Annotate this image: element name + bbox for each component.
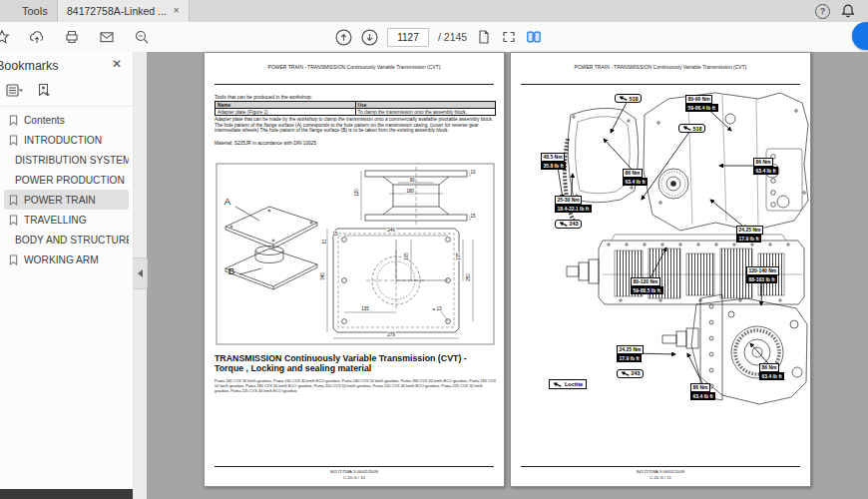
bookmark-icon (9, 135, 18, 146)
torque-nm-value: 80-120 Nm (631, 277, 660, 286)
figure-dimension: 105 (404, 252, 409, 261)
figure-dimension: 135 (361, 306, 370, 311)
bookmark-icon (9, 115, 18, 126)
torque-lbft-value: 63.4 lb ft (690, 392, 715, 400)
torque-lbft-value: 59-88.5 lb ft (631, 286, 663, 294)
bookmarks-panel: Bookmarks ✕ ContentsINTRODUCTIONDISTRIBU… (0, 52, 134, 499)
torque-callout: 120-140 Nm88-103 lb ft (746, 266, 779, 283)
material-note: Material: S235JR in accordance with DIN … (215, 141, 496, 146)
torque-lbft-value: 88-103 lb ft (746, 275, 777, 283)
page-header: POWER TRAIN - TRANSMISSION Continuously … (205, 64, 504, 70)
sealant-tube-icon (618, 94, 628, 102)
toolbar-page-group: / 2145 (335, 22, 542, 52)
torque-lbft-value: 63.4 lb ft (759, 372, 784, 380)
page-down-icon[interactable] (361, 29, 378, 46)
sealant-number: 518 (630, 96, 639, 102)
footer-page-number: C.20.G / 10 (205, 475, 504, 480)
email-icon[interactable] (99, 29, 115, 45)
figure-dimension: 120 (354, 189, 359, 198)
figure-dimension: 15 (332, 232, 338, 237)
bookmark-options-icon[interactable] (6, 84, 23, 97)
torque-lbft-value: 17.9 lb ft (736, 235, 761, 243)
zoom-icon[interactable] (134, 29, 150, 45)
sidebar-item-contents[interactable]: Contents (4, 110, 129, 130)
table-row: Adapter plate (Figure 1)To clamp the tra… (216, 109, 496, 116)
torque-callout: 48.5 Nm35.8 lb ft (541, 153, 566, 170)
intro-text: Tools that can be produced in the worksh… (215, 94, 312, 100)
torque-nm-value: 120-140 Nm (746, 266, 779, 275)
page-total-label: / 2145 (438, 31, 467, 43)
cloud-upload-icon[interactable] (29, 29, 45, 45)
bookmarks-title: Bookmarks (0, 59, 59, 73)
sealant-number: 518 (693, 126, 702, 132)
header-rule (215, 84, 494, 85)
sidebar-item-working-arm[interactable]: WORKING ARM (4, 250, 129, 269)
torque-callout: 86 Nm63.4 lb ft (690, 383, 715, 400)
sidebar-item-body-and-structure[interactable]: BODY AND STRUCTURE (4, 230, 129, 250)
help-icon[interactable]: ? (815, 4, 830, 19)
sealant-tube-icon (620, 369, 630, 377)
sidebar-item-distribution-systems[interactable]: DISTRIBUTION SYSTEMS (4, 150, 129, 170)
print-icon[interactable] (64, 29, 80, 45)
sidebar-item-label: WORKING ARM (24, 254, 99, 265)
figure-dimension: 250 (466, 273, 471, 282)
main-toolbar: / 2145 (0, 22, 868, 53)
page-up-icon[interactable] (335, 29, 352, 46)
table-header: Name (216, 102, 356, 109)
sidebar-item-introduction[interactable]: INTRODUCTION (4, 130, 129, 150)
torque-callout: 86 Nm63.4 lb ft (753, 158, 778, 175)
acrobat-window: Tools 84172758A-Linked ... × ? / 2145 (0, 0, 868, 499)
tools-table: NameUseAdapter plate (Figure 1)To clamp … (215, 101, 496, 116)
sidebar-item-travelling[interactable]: TRAVELLING (4, 210, 129, 230)
torque-callout: 80-120 Nm59-88.5 lb ft (631, 277, 663, 294)
expand-current-bookmark-icon[interactable] (37, 83, 51, 97)
tab-bar: Tools 84172758A-Linked ... × ? (0, 0, 868, 22)
tab-close-icon[interactable]: × (174, 0, 180, 22)
sealant-legend: Loctite (549, 379, 587, 389)
toolbar-left-group (0, 22, 150, 52)
torque-nm-value: 24.25 Nm (617, 345, 644, 354)
footer-rule (215, 466, 494, 467)
tab-tools[interactable]: Tools (8, 0, 62, 22)
torque-callout: 86 Nm63.4 lb ft (623, 169, 648, 186)
adapter-plate-figure: AB9018012010152461512340105105250135⌀ 13… (216, 163, 495, 346)
single-page-view-icon[interactable] (476, 29, 492, 45)
bookmarks-divider (0, 106, 133, 107)
torque-lbft-value: 35.8 lb ft (541, 162, 566, 170)
sealant-tube-icon (552, 380, 562, 388)
torque-lbft-value: 59-66.4 lb ft (685, 104, 718, 112)
scrolling-view-icon[interactable] (501, 29, 517, 45)
torque-lbft-value: 17.9 lb ft (617, 354, 642, 362)
page-number-input[interactable] (387, 28, 429, 47)
sidebar-item-power-train[interactable]: POWER TRAIN (4, 190, 129, 210)
torque-nm-value: 86 Nm (623, 169, 643, 178)
notifications-icon[interactable] (840, 3, 856, 19)
torque-lbft-value: 63.4 lb ft (753, 167, 778, 175)
figure-dimension: ⌀ 13 (432, 306, 442, 311)
torque-nm-value: 86 Nm (759, 363, 779, 372)
sidebar-item-label: POWER TRAIN (24, 195, 96, 206)
body-paragraph: Adapter plate that can be made by the wo… (215, 117, 496, 134)
model-list: Puma 165 CVX 50 km/h gearbox, Puma 165 C… (215, 378, 496, 393)
table-header: Use (355, 102, 496, 109)
torque-nm-value: 25-30 Nm (555, 196, 582, 205)
figure-dimension: 10 (470, 170, 476, 175)
two-page-view-icon[interactable] (526, 29, 542, 45)
section-heading: TRANSMISSION Continuously Variable Trans… (215, 353, 496, 374)
figure-view-label: A (223, 196, 230, 207)
figure-dimension: 340 (320, 272, 325, 281)
collapse-panel-button[interactable] (133, 257, 148, 289)
torque-lbft-value: 18.4-22.1 lb ft (555, 205, 592, 213)
table-cell: Adapter plate (Figure 1) (216, 109, 356, 116)
sidebar-item-power-production[interactable]: POWER PRODUCTION (4, 170, 129, 190)
sidebar-item-label: INTRODUCTION (24, 135, 102, 146)
sealant-tube-icon (558, 220, 568, 228)
torque-nm-value: 24.25 Nm (736, 226, 763, 235)
bookmark-icon (9, 254, 18, 265)
star-icon[interactable] (0, 29, 10, 45)
torque-callout: 25-30 Nm18.4-22.1 lb ft243 (555, 196, 592, 231)
torque-callout: 80-90 Nm59-66.4 lb ft (685, 95, 718, 112)
tab-document[interactable]: 84172758A-Linked ... × (57, 0, 190, 22)
close-bookmarks-icon[interactable]: ✕ (112, 58, 122, 70)
sealant-number: 243 (632, 370, 641, 376)
